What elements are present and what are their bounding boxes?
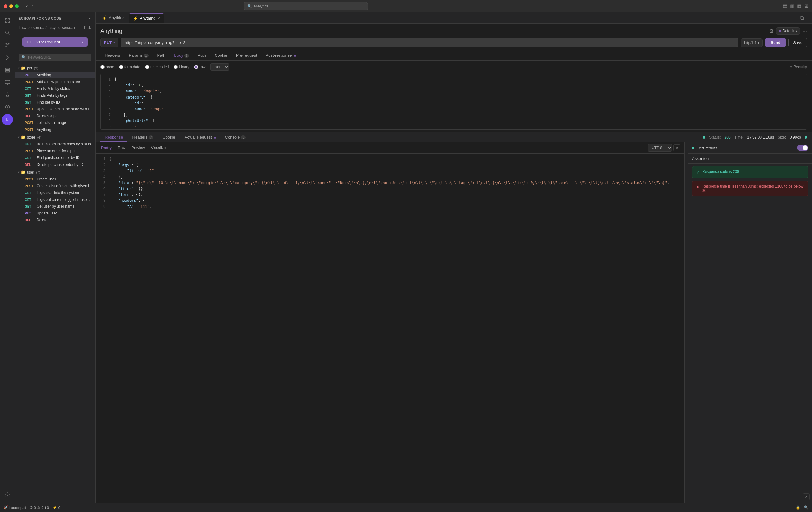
cloud-download-icon[interactable]: ⬇ [88,25,91,30]
code-line: 7 "form": {}, [99,192,680,198]
response-divider[interactable]: ‹ [684,142,688,503]
tab-close-button[interactable]: ✕ [157,16,161,21]
activity-monitor[interactable] [2,77,13,88]
tab-post-response[interactable]: Post-response [261,51,300,60]
new-request-button[interactable]: HTTP/1/2 Request ▾ [22,37,88,47]
list-item[interactable]: GET Finds Pets by status [15,85,95,92]
search-input[interactable] [28,55,89,60]
expand-button[interactable]: ⤢ [803,493,810,500]
body-type-none[interactable]: none [100,65,114,69]
env-selector[interactable]: Default ▾ [776,27,800,35]
method-badge: DEL [25,218,35,222]
activity-git[interactable] [2,40,13,51]
activity-avatar[interactable]: L [2,114,13,125]
list-item[interactable]: POST Updates a pet in the store with for… [15,106,95,113]
format-raw-button[interactable]: Raw [116,145,127,151]
list-item[interactable]: GET Returns pet inventories by status [15,141,95,148]
activity-flask[interactable] [2,89,13,100]
tab-auth[interactable]: Auth [193,51,210,60]
test-results-toggle[interactable] [797,145,808,151]
panel-left-icon[interactable]: ▤ [783,3,787,9]
list-item[interactable]: POST Create user [15,176,95,183]
tab-cookie[interactable]: Cookie [210,51,231,60]
copy-response-button[interactable]: ⧉ [673,144,680,151]
layout-icon[interactable]: ⊞ [804,3,808,9]
activity-explorer[interactable] [2,15,13,26]
maximize-button[interactable] [15,4,19,8]
launchpad-button[interactable]: Launchpad [9,506,26,510]
activity-clock[interactable] [2,102,13,113]
format-pretty-button[interactable]: Pretty [99,145,114,151]
tab-body[interactable]: Body1 [170,51,193,60]
settings-icon[interactable]: ⚙ [769,28,774,34]
tab-response[interactable]: Response [100,132,127,142]
encoding-select[interactable]: UTF-8 UTF-16 [648,144,672,152]
activity-search[interactable] [2,27,13,38]
body-type-binary[interactable]: binary [174,65,189,69]
search-input-inner[interactable]: 🔍 [19,54,91,61]
activity-collections[interactable] [2,64,13,76]
protocol-selector[interactable]: http/1.1 ▾ [741,38,762,47]
request-body-editor[interactable]: 1 { 2 "id": 10, 3 "name": "doggie", 4 "c… [100,74,807,129]
list-item[interactable]: POST uploads an image [15,119,95,126]
list-item[interactable]: GET Logs user into the system [15,189,95,196]
tree-group-store-header[interactable]: ▾ 📁 store (4) [15,133,95,141]
nav-back-button[interactable]: ‹ [25,3,29,9]
tab-anything-2[interactable]: ⚡ Anything ✕ [129,13,164,23]
list-item[interactable]: DEL Deletes a pet [15,113,95,119]
search-bar[interactable]: 🔍 analytics [244,2,368,10]
code-line: 8 "photoUrls": [ [105,118,803,124]
list-item[interactable]: POST Add a new pet to the store [15,79,95,85]
list-item[interactable]: POST Anything [15,126,95,133]
body-type-raw[interactable]: raw [194,65,205,69]
json-format-selector[interactable]: json text xml [210,63,229,71]
list-item[interactable]: PUT Anything [15,71,95,79]
rocket-icon: 🚀 [4,506,8,510]
panel-center-icon[interactable]: ▥ [790,3,794,9]
list-item[interactable]: GET Find pet by ID [15,99,95,106]
method-selector[interactable]: PUT ▾ [100,38,118,47]
panel-right-icon[interactable]: ▦ [797,3,802,9]
list-item[interactable]: POST Creates list of users with given in… [15,183,95,189]
body-type-formdata[interactable]: form-data [119,65,140,69]
request-area: Anything ⚙ Default ▾ ··· PUT ▾ [95,24,812,61]
send-button[interactable]: Send [765,38,786,47]
cloud-upload-icon[interactable]: ⬆ [83,25,87,30]
list-item[interactable]: GET Find purchase order by ID [15,154,95,161]
tab-params[interactable]: Params1 [124,51,153,60]
list-item[interactable]: PUT Update user [15,210,95,217]
list-item[interactable]: POST Place an order for a pet [15,148,95,154]
format-visualize-button[interactable]: Visualize [149,145,168,151]
nav-forward-button[interactable]: › [31,3,35,9]
tab-console[interactable]: Console1 [221,132,250,142]
list-item[interactable]: DEL Delete purchase order by ID [15,161,95,168]
tab-headers[interactable]: Headers [100,51,124,60]
beautify-button[interactable]: ✦ Beautify [789,65,807,69]
activity-run[interactable] [2,52,13,63]
url-input[interactable] [121,38,738,47]
tab-pre-request[interactable]: Pre-request [232,51,261,60]
tab-response-cookie[interactable]: Cookie [158,132,179,142]
minimize-button[interactable] [9,4,13,8]
tab-bar-more-icon[interactable]: ··· [806,15,810,21]
request-more-button[interactable]: ··· [802,28,807,34]
item-label: Returns pet inventories by status [37,142,91,146]
list-item[interactable]: GET Logs out current logged in user sess… [15,196,95,203]
tree-group-pet-header[interactable]: ▾ 📁 pet (9) [15,64,95,71]
list-item[interactable]: DEL Delete... [15,217,95,223]
tab-path[interactable]: Path [153,51,170,60]
tab-bar-split-icon[interactable]: ⧉ [800,15,804,21]
format-preview-button[interactable]: Preview [129,145,147,151]
tab-response-headers[interactable]: Headers7 [128,132,158,142]
sidebar-more-button[interactable]: ··· [87,16,91,21]
workspace-dropdown[interactable]: Lucy persona... ▾ [48,25,76,30]
tab-anything-1[interactable]: ⚡ Anything [98,13,128,23]
tree-group-user-header[interactable]: ▾ 📁 user (7) [15,169,95,176]
activity-settings[interactable] [2,489,13,500]
list-item[interactable]: GET Finds Pets by tags [15,92,95,99]
save-button[interactable]: Save [788,38,807,48]
list-item[interactable]: GET Get user by user name [15,203,95,210]
tab-actual-request[interactable]: Actual Request [180,132,220,142]
body-type-urlencoded[interactable]: urlencoded [145,65,169,69]
close-button[interactable] [4,4,7,8]
